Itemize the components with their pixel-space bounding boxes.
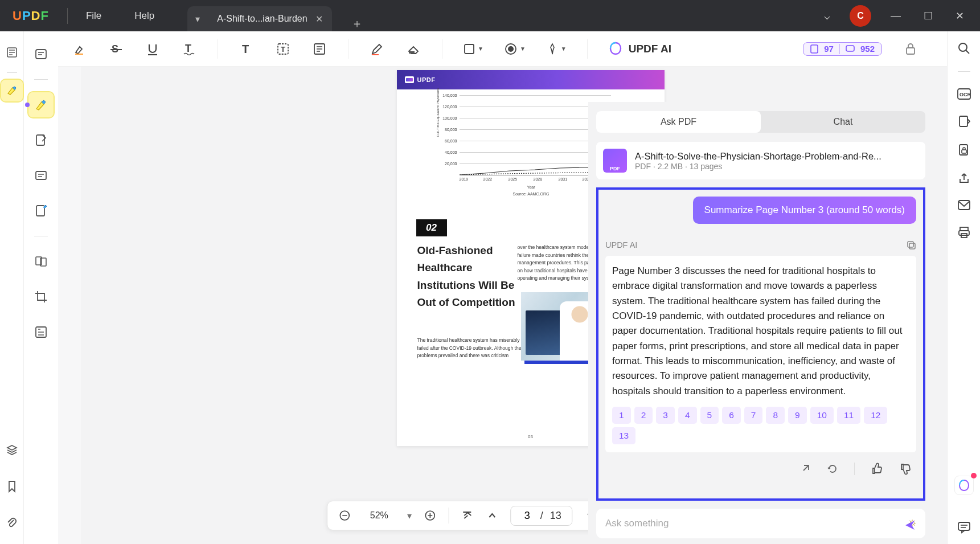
page-chips: 1 2 3 4 5 6 7 8 9 10 11 [612,407,909,444]
form-tool-icon[interactable] [28,320,54,345]
svg-rect-61 [958,522,970,530]
layers-icon[interactable] [1,439,23,461]
chat-credit-icon [846,45,855,53]
page-chip[interactable]: 8 [766,407,785,424]
chart-ylabel: Full-Time-Equivalent Physicians [436,88,440,137]
ai-sender-label: UPDF AI [605,240,637,249]
text-callout-icon[interactable]: T [275,41,291,57]
page-chip[interactable]: 12 [864,407,887,424]
menu-file[interactable]: File [86,10,101,22]
zoom-dropdown-icon[interactable]: ▾ [407,510,412,521]
thumbnails-icon[interactable] [1,42,23,63]
highlight-tool-icon[interactable] [1,80,23,101]
thumbs-up-icon[interactable] [871,463,883,475]
email-icon[interactable] [957,199,971,211]
page-chip[interactable]: 13 [612,427,635,444]
comments-panel-icon[interactable] [957,521,971,534]
pdf-badge-icon [603,149,627,173]
page-chip[interactable]: 10 [810,407,834,424]
page-input[interactable]: / 13 [510,506,572,526]
window-close-button[interactable]: ✕ [952,10,967,22]
pencil-icon[interactable] [369,41,385,57]
page-chip[interactable]: 6 [722,407,741,424]
svg-rect-8 [36,171,46,179]
page-chip[interactable]: 5 [700,407,719,424]
text-tool-icon[interactable]: T [239,41,255,57]
page-chip[interactable]: 11 [837,407,860,424]
svg-rect-48 [908,242,913,247]
ocr-icon[interactable]: OCR [957,88,971,100]
leftrail [0,31,24,544]
comment-tool-icon[interactable] [28,42,54,67]
pen-tool-icon[interactable] [28,198,54,223]
user-avatar[interactable]: C [850,5,871,27]
new-tab-button[interactable]: ＋ [351,16,363,31]
note-tool-icon[interactable] [28,128,54,153]
first-page-button[interactable] [460,510,474,521]
page-chip[interactable]: 7 [744,407,763,424]
compare-tool-icon[interactable] [28,249,54,274]
send-icon[interactable] [904,519,916,531]
file-card: A-Shift-to-Solve-the-Physician-Shortage-… [596,142,925,179]
stamp-picker[interactable]: ▼ [504,42,526,56]
svg-line-51 [966,50,969,54]
share-icon[interactable] [799,463,811,475]
ai-logo-icon [608,42,623,56]
page-chip[interactable]: 9 [788,407,807,424]
svg-rect-57 [958,201,970,210]
underline-icon[interactable] [145,41,161,57]
user-message: Summarize Page Number 3 (around 50 words… [693,197,916,224]
conversation-highlight: Summarize Page Number 3 (around 50 words… [596,187,925,501]
page-banner-text: UPDF [417,76,436,83]
compose-box[interactable]: Ask something ☼ [596,509,925,538]
window-maximize-button[interactable]: ☐ [920,10,936,22]
ai-launcher-icon[interactable] [954,476,974,495]
page-chip[interactable]: 1 [612,407,631,424]
page-number-input[interactable] [521,510,534,522]
credits-pill[interactable]: 97 952 [803,42,882,56]
document-tab[interactable]: A-Shift-to...ian-Burden ✕ [208,6,331,31]
lock-icon[interactable] [903,41,919,57]
copy-icon[interactable] [906,240,916,250]
print-icon[interactable] [957,226,971,239]
regenerate-icon[interactable] [827,463,838,475]
tab-chat[interactable]: Chat [761,111,925,133]
highlight-color-icon[interactable] [72,41,88,57]
svg-rect-33 [846,46,854,51]
format-toolbar: S T T T ▼ ▼ ▼ UPDF AI 97 [58,31,980,67]
svg-text:T: T [281,45,285,54]
tab-ask-pdf[interactable]: Ask PDF [596,111,761,133]
crop-tool-icon[interactable] [28,284,54,309]
thumbs-down-icon[interactable] [899,463,912,475]
svg-rect-59 [959,231,969,235]
page-chip[interactable]: 3 [656,407,675,424]
app-logo: UPDF [13,9,49,23]
page-chip[interactable]: 2 [634,407,653,424]
marker-tool-icon[interactable] [28,92,54,117]
strikethrough-icon[interactable]: S [108,41,124,57]
protect-icon[interactable] [958,144,970,157]
svg-rect-54 [960,116,967,126]
textbox-tool-icon[interactable] [28,163,54,188]
shape-picker[interactable]: ▼ [463,43,483,55]
prev-page-button[interactable] [485,511,499,520]
menu-chevron-icon[interactable]: ⌵ [821,10,834,22]
bookmark-icon[interactable] [1,476,23,497]
page-total: 13 [550,510,561,522]
side-toolbar [24,31,58,544]
squiggly-icon[interactable]: T [181,41,197,57]
zoom-in-button[interactable] [423,510,437,521]
page-chip[interactable]: 4 [678,407,697,424]
tab-close-icon[interactable]: ✕ [315,14,323,24]
attachment-icon[interactable] [1,512,23,534]
eraser-icon[interactable] [405,41,421,57]
share-panel-icon[interactable] [958,172,970,185]
search-page-icon[interactable] [957,42,971,55]
paragraph-icon[interactable] [311,41,327,57]
zoom-out-button[interactable] [338,510,351,521]
export-icon[interactable] [958,115,970,129]
tab-list-dropdown[interactable]: ▾ [187,6,208,31]
menu-help[interactable]: Help [134,10,154,22]
window-minimize-button[interactable]: — [887,10,904,22]
pin-picker[interactable]: ▼ [546,43,567,55]
